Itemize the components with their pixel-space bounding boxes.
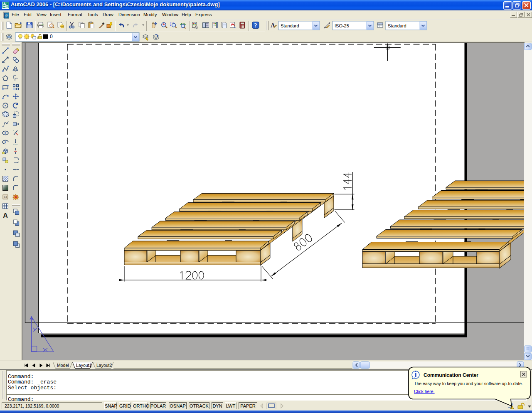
svg-text:Standard: Standard bbox=[388, 23, 406, 28]
svg-text:Standard: Standard bbox=[281, 23, 299, 28]
svg-text:The easy way to keep you and y: The easy way to keep you and your softwa… bbox=[414, 381, 523, 386]
svg-text:Communication Center: Communication Center bbox=[424, 372, 478, 378]
svg-text:?: ? bbox=[254, 22, 257, 29]
svg-text:Model: Model bbox=[57, 363, 69, 368]
svg-text:Click here.: Click here. bbox=[414, 389, 435, 394]
svg-text:A: A bbox=[3, 212, 8, 219]
svg-text:Layout2: Layout2 bbox=[96, 363, 112, 368]
svg-text:Layout1: Layout1 bbox=[76, 363, 92, 368]
svg-text:0: 0 bbox=[50, 34, 53, 39]
svg-text:ISO-25: ISO-25 bbox=[335, 23, 349, 28]
